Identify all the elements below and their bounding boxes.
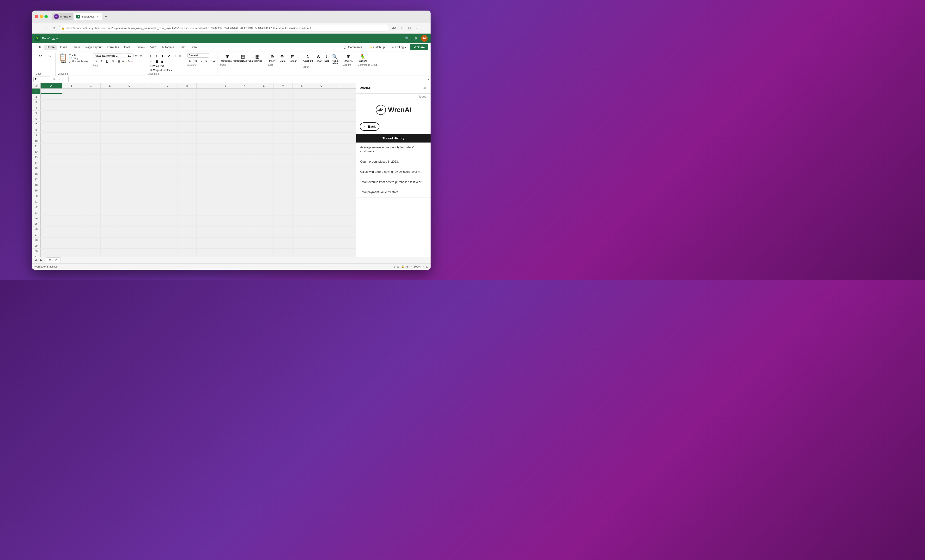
- thread-item-4[interactable]: Total revenue from orders purchased last…: [356, 177, 431, 188]
- active-tab[interactable]: X Book1.xlsx ✕: [74, 13, 102, 20]
- cell-D10[interactable]: [101, 138, 120, 144]
- cell-J23[interactable]: [216, 210, 235, 215]
- cell-B18[interactable]: [62, 182, 81, 188]
- cell-O26[interactable]: [312, 227, 331, 232]
- cell-D31[interactable]: [101, 254, 120, 257]
- cell-C31[interactable]: [81, 254, 101, 257]
- cell-M29[interactable]: [274, 243, 293, 248]
- cell-C11[interactable]: [81, 144, 101, 149]
- cell-K18[interactable]: [235, 182, 254, 188]
- cell-N19[interactable]: [293, 188, 312, 193]
- cell-H27[interactable]: [178, 232, 197, 237]
- cell-P31[interactable]: [331, 254, 350, 257]
- cell-K23[interactable]: [235, 210, 254, 215]
- cell-Q6[interactable]: [350, 116, 356, 122]
- cell-L23[interactable]: [254, 210, 274, 215]
- cell-G15[interactable]: [158, 166, 178, 171]
- cell-F29[interactable]: [139, 243, 158, 248]
- cell-P7[interactable]: [331, 122, 350, 127]
- cell-L15[interactable]: [254, 166, 274, 171]
- cell-H25[interactable]: [178, 221, 197, 226]
- cell-G19[interactable]: [158, 188, 178, 193]
- cell-Q15[interactable]: [350, 166, 356, 171]
- cell-A29[interactable]: [41, 243, 62, 248]
- cell-D5[interactable]: [101, 111, 120, 116]
- cell-N6[interactable]: [293, 116, 312, 122]
- cell-D21[interactable]: [101, 199, 120, 204]
- cell-G26[interactable]: [158, 227, 178, 232]
- cell-B22[interactable]: [62, 204, 81, 210]
- cell-M26[interactable]: [274, 227, 293, 232]
- delete-cells-btn[interactable]: ⊖ Delete: [277, 53, 287, 63]
- cell-G7[interactable]: [158, 122, 178, 127]
- cell-G29[interactable]: [158, 243, 178, 248]
- cell-C3[interactable]: [81, 99, 101, 105]
- underline-btn[interactable]: U: [104, 59, 110, 64]
- cell-I24[interactable]: [197, 215, 216, 221]
- cell-B7[interactable]: [62, 122, 81, 127]
- cell-E4[interactable]: [120, 105, 139, 110]
- cell-D23[interactable]: [101, 210, 120, 215]
- tab-close-btn[interactable]: ✕: [96, 15, 99, 18]
- cell-D26[interactable]: [101, 227, 120, 232]
- share-btn[interactable]: ↗ Share: [410, 44, 428, 50]
- cell-F18[interactable]: [139, 182, 158, 188]
- cell-A26[interactable]: [41, 227, 62, 232]
- cell-D6[interactable]: [101, 116, 120, 122]
- cell-K3[interactable]: [235, 99, 254, 105]
- cell-D16[interactable]: [101, 171, 120, 177]
- cell-G3[interactable]: [158, 99, 178, 105]
- cell-B6[interactable]: [62, 116, 81, 122]
- more-btn[interactable]: ⋯: [422, 25, 428, 32]
- cell-I16[interactable]: [197, 171, 216, 177]
- cell-D12[interactable]: [101, 149, 120, 155]
- cell-P3[interactable]: [331, 99, 350, 105]
- cell-J17[interactable]: [216, 177, 235, 182]
- cell-D28[interactable]: [101, 237, 120, 243]
- confirm-formula-btn[interactable]: ✓: [57, 77, 62, 81]
- cell-O28[interactable]: [312, 237, 331, 243]
- cell-F8[interactable]: [139, 127, 158, 132]
- cell-F12[interactable]: [139, 149, 158, 155]
- cell-H20[interactable]: [178, 194, 197, 199]
- cell-H31[interactable]: [178, 254, 197, 257]
- workbook-statistics-btn[interactable]: Workbook Statistics: [34, 265, 57, 268]
- col-header-D[interactable]: D: [101, 83, 120, 88]
- cell-K13[interactable]: [235, 155, 254, 160]
- cell-D9[interactable]: [101, 133, 120, 138]
- cell-A31[interactable]: [41, 254, 62, 257]
- align-center-btn[interactable]: ☰: [154, 59, 159, 64]
- col-header-P[interactable]: P: [331, 83, 350, 88]
- cell-M28[interactable]: [274, 237, 293, 243]
- thread-item-3[interactable]: Cities with orders having review score o…: [356, 167, 431, 177]
- cell-A16[interactable]: [41, 171, 62, 177]
- cell-M11[interactable]: [274, 144, 293, 149]
- cell-K14[interactable]: [235, 160, 254, 165]
- row-header-23[interactable]: 23: [32, 210, 41, 215]
- align-right-btn[interactable]: ≣: [160, 59, 165, 64]
- cell-O20[interactable]: [312, 194, 331, 199]
- cell-E3[interactable]: [120, 99, 139, 105]
- cell-C8[interactable]: [81, 127, 101, 132]
- copy-btn[interactable]: 📄 Copy: [68, 57, 89, 60]
- cell-P4[interactable]: [331, 105, 350, 110]
- cell-N28[interactable]: [293, 237, 312, 243]
- add-sheet-btn[interactable]: +: [61, 257, 66, 263]
- cell-L27[interactable]: [254, 232, 274, 237]
- cell-F13[interactable]: [139, 155, 158, 160]
- cell-F17[interactable]: [139, 177, 158, 182]
- cell-J4[interactable]: [216, 105, 235, 110]
- cell-P22[interactable]: [331, 204, 350, 210]
- cell-E11[interactable]: [120, 144, 139, 149]
- cell-L24[interactable]: [254, 215, 274, 221]
- conditional-formatting-btn[interactable]: ⊞ Conditional Formatting: [220, 53, 235, 63]
- cell-H15[interactable]: [178, 166, 197, 171]
- cell-A9[interactable]: [41, 133, 62, 138]
- cell-L19[interactable]: [254, 188, 274, 193]
- cell-M23[interactable]: [274, 210, 293, 215]
- cell-I27[interactable]: [197, 232, 216, 237]
- cell-G8[interactable]: [158, 127, 178, 132]
- row-header-20[interactable]: 20: [32, 194, 41, 199]
- cell-O11[interactable]: [312, 144, 331, 149]
- cell-H22[interactable]: [178, 204, 197, 210]
